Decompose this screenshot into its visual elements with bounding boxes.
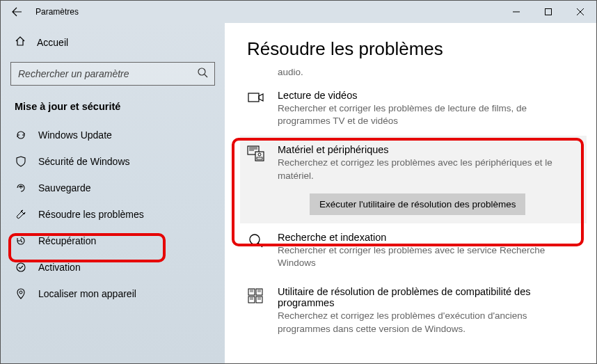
titlebar: Paramètres — [1, 1, 596, 23]
sidebar-item-label: Windows Update — [38, 129, 112, 141]
hardware-icon — [247, 145, 265, 164]
minimize-button[interactable] — [500, 1, 532, 23]
maximize-icon — [545, 8, 552, 15]
sidebar-item-windows-security[interactable]: Sécurité de Windows — [1, 148, 225, 175]
page-title: Résoudre les problèmes — [247, 38, 580, 60]
home-label: Accueil — [37, 37, 68, 48]
maximize-button[interactable] — [532, 1, 564, 23]
ts-title: Utilitaire de résolution de problèmes de… — [278, 286, 580, 308]
sync-icon — [15, 129, 27, 141]
ts-desc: Rechercher et corriger les problèmes de … — [278, 102, 580, 127]
sidebar-item-recovery[interactable]: Récupération — [1, 228, 225, 254]
sidebar-item-label: Activation — [38, 262, 81, 273]
ts-title: Lecture de vidéos — [278, 90, 580, 101]
recovery-icon — [15, 235, 27, 247]
sidebar-item-label: Localiser mon appareil — [38, 288, 136, 299]
sidebar-item-activation[interactable]: Activation — [1, 254, 225, 280]
scroll-tail-text: audio. — [278, 67, 580, 77]
sidebar-item-label: Sauvegarde — [38, 182, 91, 193]
sidebar: Accueil Mise à jour et sécurité Windows … — [1, 23, 225, 363]
svg-rect-4 — [248, 93, 259, 102]
sidebar-item-troubleshoot[interactable]: Résoudre les problèmes — [1, 201, 225, 228]
activation-icon — [15, 261, 27, 274]
ts-title: Matériel et périphériques — [278, 144, 580, 155]
backup-icon — [15, 182, 27, 194]
svg-rect-10 — [248, 289, 255, 295]
troubleshooter-video-playback[interactable]: Lecture de vidéos Rechercher et corriger… — [247, 81, 580, 136]
run-troubleshooter-button[interactable]: Exécuter l'utilitaire de résolution des … — [310, 193, 525, 215]
home-nav[interactable]: Accueil — [1, 30, 225, 55]
svg-point-2 — [17, 263, 25, 271]
search-wrap — [10, 62, 215, 86]
home-icon — [15, 35, 26, 49]
ts-desc: Rechercher et corriger les problèmes ave… — [278, 244, 580, 269]
troubleshooter-search-indexing[interactable]: Recherche et indexation Rechercher et co… — [247, 223, 580, 278]
troubleshooter-hardware[interactable]: Matériel et périphériques Recherchez et … — [240, 136, 587, 223]
sidebar-item-label: Sécurité de Windows — [38, 156, 130, 167]
sidebar-item-label: Résoudre les problèmes — [38, 209, 144, 220]
location-icon — [15, 287, 27, 300]
window-title: Paramètres — [35, 7, 79, 17]
back-button[interactable] — [10, 6, 23, 18]
sidebar-item-label: Récupération — [38, 235, 96, 246]
sidebar-item-backup[interactable]: Sauvegarde — [1, 175, 225, 201]
close-button[interactable] — [564, 1, 596, 23]
troubleshooter-program-compat[interactable]: Utilitaire de résolution de problèmes de… — [247, 278, 580, 343]
svg-point-1 — [198, 68, 205, 75]
svg-point-9 — [250, 235, 260, 244]
svg-point-3 — [19, 291, 22, 294]
close-icon — [577, 8, 584, 15]
svg-rect-11 — [256, 289, 262, 295]
arrow-left-icon — [11, 6, 22, 17]
minimize-icon — [513, 8, 520, 15]
svg-rect-13 — [256, 296, 262, 303]
ts-title: Recherche et indexation — [278, 232, 580, 243]
ts-desc: Recherchez et corrigez les problèmes d'e… — [278, 310, 580, 335]
search-input[interactable] — [10, 62, 215, 86]
search-icon — [247, 233, 265, 251]
wrench-icon — [15, 208, 27, 221]
ts-desc: Recherchez et corrigez les problèmes ave… — [278, 157, 580, 182]
program-compat-icon — [247, 287, 265, 306]
svg-rect-12 — [248, 296, 255, 303]
sidebar-item-windows-update[interactable]: Windows Update — [1, 122, 225, 148]
video-icon — [247, 91, 265, 109]
section-header: Mise à jour et sécurité — [1, 95, 225, 122]
main-content: Résoudre les problèmes audio. Lecture de… — [225, 23, 596, 363]
shield-icon — [15, 155, 27, 168]
sidebar-item-find-device[interactable]: Localiser mon appareil — [1, 280, 225, 307]
search-icon — [197, 67, 208, 81]
svg-rect-0 — [546, 9, 552, 15]
